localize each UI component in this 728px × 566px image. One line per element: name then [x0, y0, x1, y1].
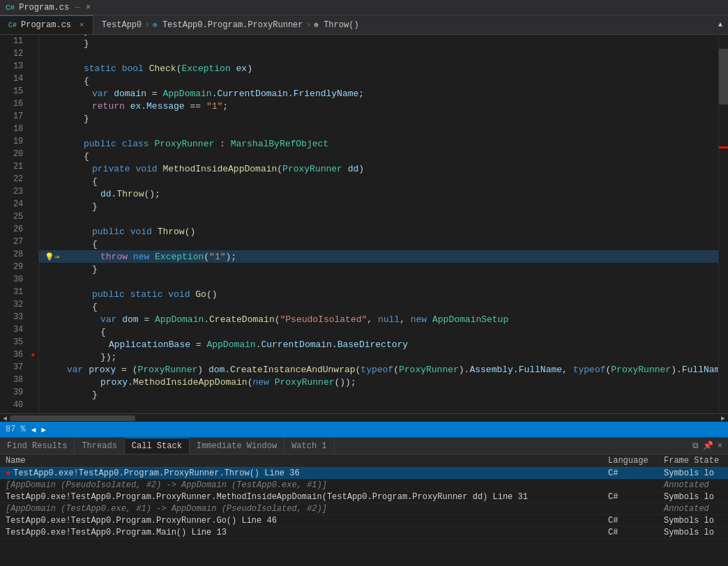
- token-kw: class: [122, 139, 149, 149]
- code-line[interactable]: return ex.Message == "1";: [39, 100, 718, 112]
- line-number: 20: [0, 149, 27, 159]
- bottom-tab-watch-1[interactable]: Watch 1: [285, 438, 334, 454]
- code-line[interactable]: [39, 213, 718, 225]
- title-close[interactable]: ×: [86, 3, 91, 13]
- call-stack-row[interactable]: TestApp0.exe!TestApp0.Program.ProxyRunne…: [0, 515, 728, 527]
- code-line[interactable]: public void Throw(): [39, 225, 718, 238]
- gutter-row: 30: [0, 273, 38, 286]
- h-scroll-right[interactable]: ▶: [718, 414, 728, 422]
- code-line[interactable]: public class ProxyRunner : MarshalByRefO…: [39, 137, 718, 150]
- token-method: CreateInstanceAndUnwrap: [230, 365, 355, 375]
- h-scrollbar[interactable]: ◀ ▶: [0, 413, 728, 422]
- token-plain: [149, 139, 155, 149]
- token-punct: }: [92, 390, 98, 400]
- code-line[interactable]: {: [39, 300, 718, 313]
- code-line[interactable]: 💡⇒throw new Exception("1");: [39, 250, 718, 263]
- h-scroll-end[interactable]: ▶: [41, 425, 46, 434]
- code-line[interactable]: {: [39, 75, 718, 87]
- call-stack-framestate: Annotated: [658, 480, 728, 491]
- token-kw: typeof: [573, 365, 606, 375]
- bottom-tab-call-stack[interactable]: Call Stack: [125, 438, 190, 454]
- h-scroll-track[interactable]: [10, 415, 718, 421]
- token-prop: FullName: [519, 365, 562, 375]
- code-line[interactable]: {: [39, 175, 718, 188]
- token-var-name: ex: [130, 101, 142, 112]
- tab-program-cs[interactable]: C# Program.cs ×: [0, 15, 93, 34]
- code-line[interactable]: }: [39, 388, 718, 401]
- close-panel-icon[interactable]: ×: [718, 441, 722, 451]
- code-line[interactable]: public static void Go(): [39, 288, 718, 300]
- call-stack-row[interactable]: [AppDomain (PseudoIsolated, #2) -> AppDo…: [0, 480, 728, 491]
- token-plain: [128, 252, 133, 262]
- vertical-scrollbar[interactable]: [718, 35, 728, 413]
- token-kw: var: [92, 89, 108, 99]
- call-stack-row[interactable]: ●TestApp0.exe!TestApp0.Program.ProxyRunn…: [0, 468, 728, 480]
- bottom-tab-find-results[interactable]: Find Results: [0, 438, 75, 454]
- token-punct: ,: [367, 314, 378, 325]
- token-kw: var: [100, 314, 116, 325]
- gutter-row: 11: [0, 35, 38, 47]
- code-line[interactable]: var dom = AppDomain.CreateDomain("Pseudo…: [39, 313, 718, 326]
- breadcrumb-class[interactable]: ⊕ TestApp0.Program.ProxyRunner: [153, 20, 303, 30]
- code-line[interactable]: }: [39, 263, 718, 275]
- code-line[interactable]: {: [39, 150, 718, 162]
- call-stack-name-text: [AppDomain (PseudoIsolated, #2) -> AppDo…: [6, 480, 327, 490]
- call-stack-row[interactable]: TestApp0.exe!TestApp0.Program.Main() Lin…: [0, 527, 728, 539]
- code-line[interactable]: ApplicationBase = AppDomain.CurrentDomai…: [39, 338, 718, 351]
- code-line[interactable]: }: [39, 200, 718, 213]
- code-line[interactable]: static bool Check(Exception ex): [39, 62, 718, 75]
- h-scroll-thumb[interactable]: [10, 415, 135, 421]
- token-punct: (: [356, 365, 361, 375]
- bottom-panel-tabs: Find ResultsThreadsCall StackImmediate W…: [0, 438, 728, 454]
- code-line[interactable]: proxy.MethodInsideAppDomain(new ProxyRun…: [39, 376, 718, 388]
- scroll-up-icon[interactable]: ▲: [715, 20, 725, 30]
- code-line[interactable]: {: [39, 326, 718, 338]
- line-number: 19: [0, 137, 27, 146]
- tab-close-icon[interactable]: ×: [79, 21, 84, 29]
- token-var-name: proxy: [100, 377, 128, 388]
- h-scroll-left[interactable]: ◀: [0, 414, 10, 422]
- token-var-name: dom: [208, 365, 225, 375]
- code-line[interactable]: });: [39, 351, 718, 363]
- call-stack-row[interactable]: TestApp0.exe!TestApp0.Program.ProxyRunne…: [0, 491, 728, 503]
- code-line[interactable]: [39, 125, 718, 137]
- code-line[interactable]: [39, 275, 718, 288]
- code-line[interactable]: [39, 401, 718, 413]
- call-stack-container[interactable]: Name Language Frame State ●TestApp0.exe!…: [0, 454, 728, 566]
- code-line[interactable]: private void MethodInsideAppDomain(Proxy…: [39, 162, 718, 175]
- gutter-row: 12: [0, 47, 38, 60]
- bottom-tab-threads[interactable]: Threads: [75, 438, 124, 454]
- call-stack-row[interactable]: [AppDomain (TestApp0.exe, #1) -> AppDoma…: [0, 503, 728, 515]
- scrollbar-thumb[interactable]: [719, 49, 728, 105]
- token-kw: public: [92, 227, 125, 237]
- breadcrumb-sep1: ›: [144, 20, 150, 30]
- token-kw: private: [92, 164, 130, 174]
- gutter-row: 13: [0, 60, 38, 72]
- call-stack-framestate: Symbols lo: [658, 468, 728, 480]
- title-filename: Program.cs: [19, 3, 69, 13]
- gutter-row: 40: [0, 399, 38, 411]
- code-line[interactable]: }: [39, 112, 718, 125]
- code-line[interactable]: var proxy = (ProxyRunner) dom.CreateInst…: [39, 363, 718, 376]
- pin-icon[interactable]: 📌: [703, 441, 713, 451]
- code-line[interactable]: [39, 49, 718, 62]
- h-scroll-indicator[interactable]: ◀: [31, 425, 36, 434]
- code-line[interactable]: {: [39, 238, 718, 250]
- token-punct: {: [92, 239, 98, 250]
- code-line[interactable]: var domain = AppDomain.CurrentDomain.Fri…: [39, 87, 718, 100]
- code-line[interactable]: }: [39, 37, 718, 49]
- breadcrumb-method[interactable]: ⊕ Throw(): [314, 20, 358, 30]
- bottom-tab-immediate-window[interactable]: Immediate Window: [190, 438, 285, 454]
- undock-icon[interactable]: ⧉: [692, 441, 699, 451]
- zoom-level[interactable]: 87 %: [6, 424, 26, 434]
- code-line[interactable]: dd.Throw();: [39, 188, 718, 200]
- token-kw: var: [67, 365, 83, 375]
- gutter-row: 36●: [0, 349, 38, 361]
- line-number: 25: [0, 212, 27, 222]
- call-stack-framestate: Symbols lo: [658, 515, 728, 527]
- token-kw: public: [84, 139, 116, 149]
- breadcrumb-project[interactable]: TestApp0: [102, 20, 142, 30]
- token-punct: (: [275, 314, 280, 325]
- editor-content[interactable]: try{ProxyRunner.Go();}catch (Exception e…: [39, 35, 718, 413]
- token-punct: (: [176, 63, 182, 74]
